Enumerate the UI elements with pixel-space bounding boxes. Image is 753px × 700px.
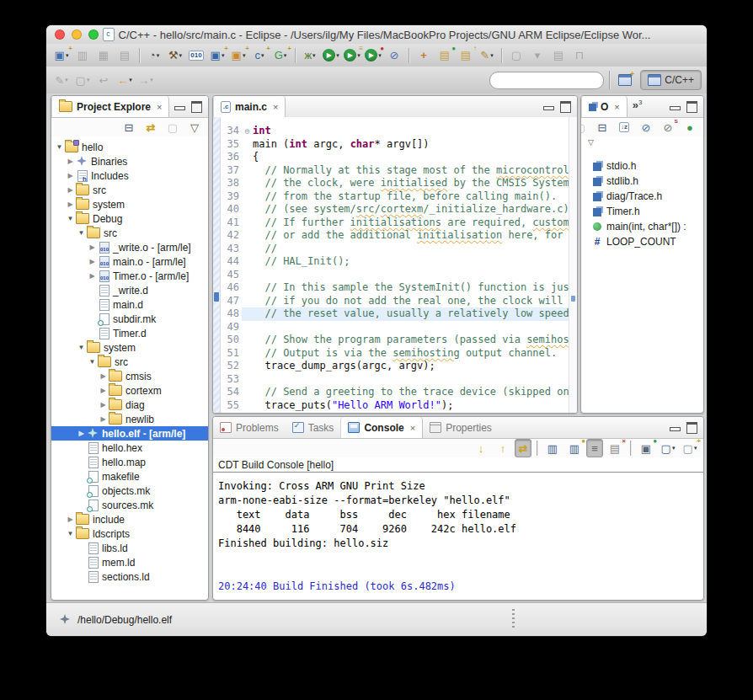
overview-ruler[interactable] xyxy=(569,117,577,413)
display-console-button[interactable]: ▢▾ xyxy=(658,439,678,457)
tab-tasks[interactable]: Tasks xyxy=(286,417,341,438)
statusbar-drag-handle[interactable] xyxy=(512,609,515,630)
outline-item[interactable]: stdio.h xyxy=(581,158,703,174)
tree-item[interactable]: makefile xyxy=(51,469,208,484)
outline-item[interactable]: #LOOP_COUNT xyxy=(581,234,703,249)
console-output[interactable]: Invoking: Cross ARM GNU Print Sizearm-no… xyxy=(213,473,703,601)
maximize-view-button[interactable] xyxy=(191,101,202,113)
tab-main-c[interactable]: .c main.c × xyxy=(213,96,286,117)
minimize-view-button[interactable] xyxy=(670,427,681,431)
tree-item[interactable]: ▼src xyxy=(51,355,208,369)
close-icon[interactable]: × xyxy=(614,102,619,112)
disclosure-triangle-icon[interactable]: ▶ xyxy=(66,516,75,523)
tab-properties[interactable]: Properties xyxy=(423,417,499,438)
binary-010-button[interactable]: 010 xyxy=(186,46,206,65)
disclosure-triangle-icon[interactable]: ▼ xyxy=(77,344,86,351)
tree-item[interactable]: _write.d xyxy=(51,283,208,297)
run-history-button[interactable]: ▶≡▾ xyxy=(342,46,362,65)
disclosure-triangle-icon[interactable]: ▶ xyxy=(88,243,97,251)
pin-console-button[interactable]: ▣● xyxy=(636,439,656,457)
disclosure-triangle-icon[interactable]: ▶ xyxy=(77,430,86,437)
word-wrap-button[interactable]: ≡ xyxy=(586,439,603,457)
disclosure-triangle-icon[interactable]: ▶ xyxy=(66,172,75,179)
minimize-view-button[interactable] xyxy=(543,106,554,110)
tree-item[interactable]: ▶include xyxy=(51,512,208,526)
maximize-view-button[interactable] xyxy=(686,422,697,434)
view-stack-more-button[interactable]: »3 xyxy=(628,96,646,117)
disclosure-triangle-icon[interactable]: ▶ xyxy=(99,387,108,394)
tree-item[interactable]: mem.ld xyxy=(51,555,208,569)
scroll-down-button[interactable]: ↓ xyxy=(471,439,491,457)
new-c-file-button[interactable]: c+▾ xyxy=(249,46,270,65)
new-cpp-project-button[interactable]: ▣+▾ xyxy=(228,46,248,65)
editor-body[interactable]: 34⊖int35main (int argc, char* argv[])36{… xyxy=(213,117,577,413)
tree-item[interactable]: sources.mk xyxy=(51,498,208,512)
open-perspective-button[interactable] xyxy=(615,71,635,89)
disclosure-triangle-icon[interactable]: ▼ xyxy=(77,229,86,237)
tree-item[interactable]: ▶_write.o - [arm/le] xyxy=(51,240,208,254)
disclosure-triangle-icon[interactable]: ▶ xyxy=(88,272,97,280)
sort-button[interactable]: ↓z xyxy=(614,118,634,136)
disclosure-triangle-icon[interactable]: ▶ xyxy=(99,415,108,423)
tree-item[interactable]: sections.ld xyxy=(51,569,208,584)
run-button[interactable]: ▶▾ xyxy=(321,46,341,65)
tree-item[interactable]: ▶hello.elf - [arm/le] xyxy=(51,426,208,441)
tree-item[interactable]: subdir.mk xyxy=(51,312,208,326)
close-icon[interactable]: × xyxy=(410,423,415,433)
mark-occurrences-button[interactable]: ✎▾ xyxy=(477,46,497,65)
maximize-view-button[interactable] xyxy=(560,101,571,113)
tab-problems[interactable]: Problems xyxy=(213,417,286,438)
tree-item[interactable]: objects.mk xyxy=(51,484,208,498)
tab-console[interactable]: Console× xyxy=(340,417,423,438)
tree-item[interactable]: libs.ld xyxy=(51,541,208,555)
code-area[interactable]: 34⊖int35main (int argc, char* argv[])36{… xyxy=(221,117,569,413)
zoom-window-button[interactable] xyxy=(88,29,99,40)
tree-item[interactable]: ▼Debug xyxy=(51,211,208,226)
profile-button[interactable]: ▶●▾ xyxy=(363,46,383,65)
tree-item[interactable]: ▶main.o - [arm/le] xyxy=(51,254,208,269)
codegen-button[interactable]: G+▾ xyxy=(270,46,291,65)
minimize-view-button[interactable] xyxy=(174,106,185,110)
cpp-perspective-button[interactable]: C/C++ xyxy=(640,70,702,90)
tree-item[interactable]: ▶Timer.o - [arm/le] xyxy=(51,269,208,283)
back-button[interactable]: ←▾ xyxy=(115,71,135,89)
tree-item[interactable]: ▶Includes xyxy=(51,168,208,183)
close-icon[interactable]: × xyxy=(273,102,278,112)
window-titlebar[interactable]: c C/C++ - hello/src/main.c - Eclipse - /… xyxy=(46,25,707,45)
scroll-lock-button[interactable]: ⇄ xyxy=(515,439,531,457)
outline-view-menu[interactable]: ▽ xyxy=(581,136,703,148)
disclosure-triangle-icon[interactable]: ▶ xyxy=(99,401,108,409)
disclosure-triangle-icon[interactable]: ▶ xyxy=(88,258,97,265)
quick-access-search-input[interactable] xyxy=(489,72,604,89)
tree-item[interactable]: ▼system xyxy=(51,340,208,355)
tree-item[interactable]: ▼ldscripts xyxy=(51,526,208,541)
disclosure-triangle-icon[interactable]: ▼ xyxy=(66,215,75,222)
collapse-all-button[interactable]: ⊟ xyxy=(119,118,139,136)
tab-outline[interactable]: O × xyxy=(581,96,628,117)
hide-non-public-button[interactable]: ● xyxy=(680,118,700,136)
outline-item[interactable]: diag/Trace.h xyxy=(581,189,703,204)
tree-item[interactable]: ▶system xyxy=(51,197,208,211)
open-console-button[interactable]: ▢+▾ xyxy=(680,439,700,457)
hide-fields-button[interactable]: ⊘ xyxy=(636,118,656,136)
close-icon[interactable]: × xyxy=(157,102,162,112)
outline-item[interactable]: Timer.h xyxy=(581,204,703,219)
build-hammer-button[interactable]: ⚒▾ xyxy=(165,46,185,65)
tree-item[interactable]: ▶cmsis xyxy=(51,369,208,383)
disclosure-triangle-icon[interactable]: ▼ xyxy=(55,143,64,151)
view-menu-button[interactable]: ▽ xyxy=(184,118,205,136)
annotation-ruler[interactable] xyxy=(213,117,221,413)
show-on-stderr-button[interactable]: ▥● xyxy=(564,439,585,457)
maximize-view-button[interactable] xyxy=(686,101,697,113)
tree-item[interactable]: Timer.d xyxy=(51,326,208,340)
minimize-view-button[interactable] xyxy=(670,106,681,110)
scroll-up-button[interactable]: ↑ xyxy=(493,439,513,457)
disclosure-triangle-icon[interactable]: ▶ xyxy=(66,200,75,208)
link-with-editor-button[interactable]: ⇄ xyxy=(141,118,161,136)
tree-item[interactable]: ▼hello xyxy=(51,140,208,154)
tree-item[interactable]: ▶diag xyxy=(51,398,208,412)
tree-item[interactable]: hello.map xyxy=(51,455,208,469)
outline-item[interactable]: stdlib.h xyxy=(581,174,703,189)
collapse-all-button[interactable]: ⊟ xyxy=(592,118,612,136)
disclosure-triangle-icon[interactable]: ▼ xyxy=(88,358,97,366)
